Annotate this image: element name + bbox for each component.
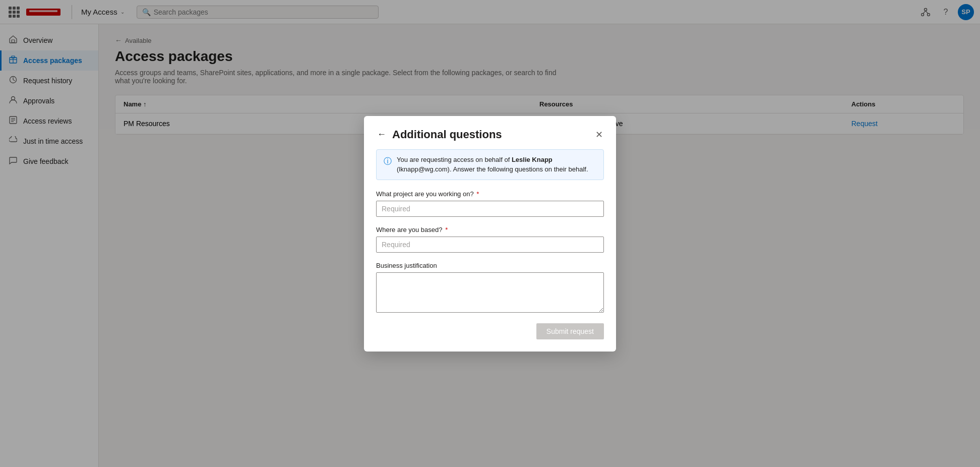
field-location-label: Where are you based? * [376, 226, 604, 234]
field-justification-label: Business justification [376, 262, 604, 269]
field-justification: Business justification [376, 262, 604, 314]
modal-back-button[interactable]: ← [376, 128, 387, 141]
modal-title: Additional questions [392, 128, 589, 141]
info-person-name: Leslie Knapp [512, 156, 553, 163]
modal-close-button[interactable]: ✕ [594, 128, 604, 141]
info-prefix: You are requesting access on behalf of [397, 156, 512, 163]
modal-header: ← Additional questions ✕ [376, 128, 604, 141]
info-suffix: . Answer the following questions on thei… [450, 165, 588, 173]
field-location-input[interactable] [376, 237, 604, 253]
field-project: What project are you working on? * [376, 190, 604, 217]
field-project-label: What project are you working on? * [376, 190, 604, 198]
info-email: (lknapp@wg.com) [397, 165, 450, 173]
modal-info-text: You are requesting access on behalf of L… [397, 155, 596, 174]
field-project-input[interactable] [376, 201, 604, 217]
field-location-required: * [444, 226, 448, 234]
field-project-required: * [475, 190, 479, 198]
modal-overlay: ← Additional questions ✕ ⓘ You are reque… [0, 0, 980, 467]
additional-questions-modal: ← Additional questions ✕ ⓘ You are reque… [364, 116, 616, 352]
field-justification-textarea[interactable] [376, 272, 604, 313]
field-location: Where are you based? * [376, 226, 604, 253]
modal-footer: Submit request [376, 323, 604, 339]
submit-request-button[interactable]: Submit request [536, 323, 604, 339]
info-icon: ⓘ [384, 155, 392, 174]
modal-info-banner: ⓘ You are requesting access on behalf of… [376, 149, 604, 180]
